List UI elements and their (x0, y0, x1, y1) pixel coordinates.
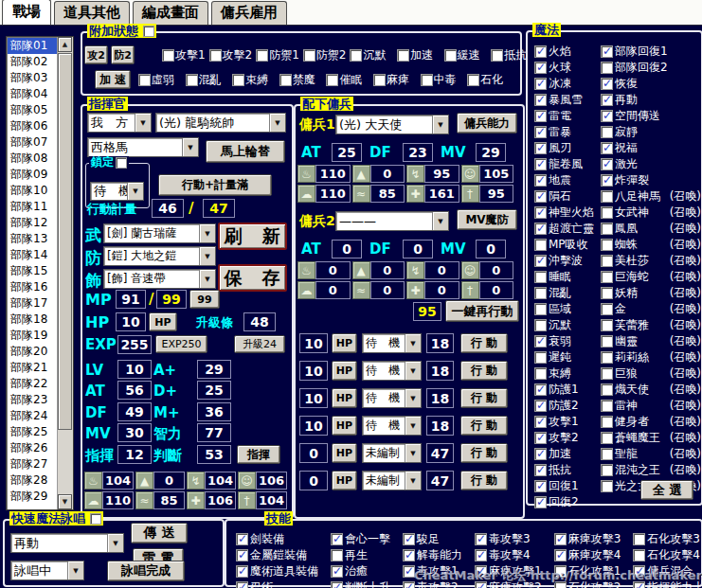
magic-checkbox[interactable]: 雷暴 (534, 124, 601, 140)
merc1-at-value[interactable]: 25 (332, 143, 362, 162)
scroll-up-icon[interactable]: ▲ (58, 37, 72, 52)
unit-hp-value[interactable]: 0 (299, 443, 328, 463)
unit-gauge-value[interactable]: 18 (426, 333, 454, 353)
status-checkbox[interactable]: 催眠 (326, 72, 373, 88)
element-value[interactable]: 85 (370, 185, 405, 203)
stat-value[interactable]: 10 (117, 360, 152, 379)
stat-value[interactable]: 25 (197, 381, 231, 400)
magic-checkbox[interactable]: 巨狼 (召喚) (601, 365, 701, 382)
hp-value[interactable]: 10 (116, 312, 146, 331)
magic-checkbox[interactable]: 防護2 (534, 398, 601, 414)
atk2-button[interactable]: 攻2 (84, 45, 108, 64)
magic-checkbox[interactable]: 莉莉絲 (召喚) (601, 349, 701, 365)
gauge-max-value[interactable]: 47 (203, 199, 235, 218)
element-value[interactable]: 0 (424, 281, 459, 299)
equip-select[interactable]: [鎧] 大地之鎧▼ (103, 246, 216, 266)
skill-checkbox[interactable]: 駿足 (403, 531, 462, 547)
magic-checkbox[interactable]: 巨海蛇 (召喚) (601, 269, 701, 285)
swap-button[interactable]: 馬上輪替 (206, 140, 285, 163)
unit-list-item[interactable]: 部隊03 (8, 70, 57, 86)
skill-checkbox[interactable]: 判斷上升 (331, 579, 390, 588)
magic-checkbox[interactable]: 恢復 (601, 76, 701, 92)
unit-gauge-value[interactable]: 18 (426, 388, 454, 408)
magic-checkbox[interactable]: 雷電 (534, 108, 601, 124)
quick-cast-spell-select[interactable]: 再動▼ (10, 533, 124, 553)
unit-list-item[interactable]: 部隊12 (8, 215, 57, 231)
unit-hp-value[interactable]: 10 (299, 361, 328, 381)
stat-value[interactable]: 12 (117, 445, 152, 464)
unit-hp-button[interactable]: HP (332, 471, 357, 490)
unit-hp-button[interactable]: HP (332, 416, 357, 436)
scrollbar[interactable]: ▲ ▼ (57, 37, 73, 509)
magic-checkbox[interactable]: 鳳凰 (召喚) (601, 221, 701, 237)
skill-checkbox[interactable]: 劍裝備 (236, 531, 318, 547)
element-value[interactable]: 0 (370, 165, 405, 183)
unit-act-button[interactable]: 行 動 (460, 471, 508, 490)
element-value[interactable]: 106 (205, 491, 236, 509)
magic-checkbox[interactable]: 部隊回復2 (601, 60, 701, 76)
cast-complete-button[interactable]: 詠唱完成 (107, 561, 185, 581)
merc-ability-button[interactable]: 傭兵能力 (457, 113, 517, 134)
unit-list-item[interactable]: 部隊27 (8, 456, 57, 472)
magic-checkbox[interactable]: 蜘蛛 (召喚) (601, 237, 701, 253)
unit-act-button[interactable]: 行 動 (460, 361, 508, 381)
status-checkbox[interactable]: 混亂 (186, 72, 233, 88)
magic-checkbox[interactable]: 空間傳送 (601, 108, 701, 124)
exp-set-button[interactable]: EXP250 (155, 335, 207, 353)
mp-current-value[interactable]: 91 (116, 290, 146, 309)
magic-checkbox[interactable]: 束縛 (534, 365, 601, 382)
magic-checkbox[interactable]: 健身者 (召喚) (601, 414, 701, 430)
skill-checkbox[interactable]: 金屬鎧裝備 (236, 547, 318, 563)
refresh-button[interactable]: 刷 新 (218, 223, 287, 250)
magic-checkbox[interactable]: 沉默 (534, 317, 601, 333)
gauge-current-value[interactable]: 46 (152, 199, 184, 218)
magic-checkbox[interactable]: 火焰 (534, 44, 601, 60)
unit-list-item[interactable]: 部隊22 (8, 376, 57, 392)
magic-checkbox[interactable]: 暴風雪 (534, 92, 601, 108)
magic-checkbox[interactable]: 激光 (601, 156, 701, 172)
magic-checkbox[interactable]: 幽靈 (召喚) (601, 333, 701, 349)
commander-name-select[interactable]: 西格馬▼ (87, 137, 199, 157)
unit-state-select[interactable]: 未編制▼ (362, 443, 422, 463)
element-value[interactable]: 0 (370, 261, 405, 279)
magic-checkbox[interactable]: 區域 (534, 301, 601, 317)
merc2-df-value[interactable]: 0 (403, 240, 433, 258)
unit-list-item[interactable]: 部隊17 (8, 295, 57, 312)
magic-checkbox[interactable]: 攻擊1 (534, 414, 601, 430)
unit-act-button[interactable]: 行 動 (460, 333, 508, 353)
magic-checkbox[interactable]: 聖龍 (召喚) (601, 446, 701, 462)
status-checkbox[interactable]: 加速 (397, 47, 444, 63)
element-value[interactable]: 0 (479, 281, 514, 299)
element-value[interactable]: 85 (153, 491, 185, 509)
unit-list-item[interactable]: 部隊11 (8, 199, 57, 215)
unit-list-item[interactable]: 部隊19 (8, 328, 57, 344)
status-checkbox[interactable]: 攻擊2 (209, 47, 257, 63)
element-value[interactable]: 104 (256, 491, 287, 509)
element-value[interactable]: 106 (256, 472, 287, 490)
element-value[interactable]: 95 (479, 185, 514, 203)
unit-state-select[interactable]: 待 機▼ (362, 333, 422, 353)
stat-value[interactable]: 30 (117, 423, 152, 442)
magic-checkbox[interactable]: 冰凍 (534, 76, 601, 92)
element-value[interactable]: 0 (424, 261, 459, 279)
magic-checkbox[interactable]: 超渡亡靈 (534, 221, 601, 237)
magic-checkbox[interactable]: 攻擊2 (534, 430, 601, 446)
hp-fill-button[interactable]: HP (149, 312, 177, 331)
merc1-select[interactable]: (光) 大天使▼ (335, 115, 449, 134)
unit-gauge-value[interactable]: 47 (426, 443, 454, 463)
status-checkbox[interactable]: 禁魔 (279, 72, 327, 88)
unit-hp-value[interactable]: 10 (299, 388, 328, 408)
unit-list-item[interactable]: 部隊20 (8, 344, 57, 360)
unit-list-item[interactable]: 部隊02 (8, 54, 57, 70)
magic-checkbox[interactable]: 睡眠 (534, 269, 601, 285)
element-value[interactable]: 161 (424, 185, 459, 203)
status-checkbox[interactable]: 束縛 (232, 72, 279, 88)
magic-checkbox[interactable]: MP吸收 (534, 237, 601, 253)
unit-act-button[interactable]: 行 動 (460, 443, 508, 463)
send-button[interactable]: 傳 送 (131, 523, 188, 543)
element-value[interactable]: 110 (102, 491, 134, 509)
skill-checkbox[interactable]: 石化攻擊4 (633, 547, 702, 563)
magic-checkbox[interactable]: 女武神 (召喚) (601, 205, 701, 221)
skill-checkbox[interactable]: 魔術道具裝備 (236, 563, 318, 579)
tab[interactable]: 編成畫面 (133, 1, 208, 25)
